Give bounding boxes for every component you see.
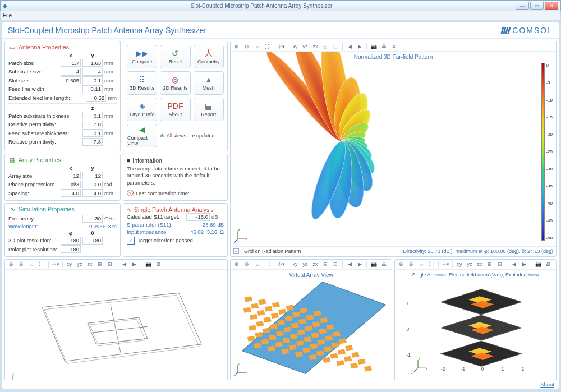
frequency-input[interactable] [82, 215, 103, 223]
toolbar-btn[interactable]: ⊖ [242, 260, 251, 268]
array-canvas[interactable]: Virtual Array View zxy [231, 270, 392, 380]
plot3d-theta-input[interactable] [82, 237, 103, 245]
toolbar-btn[interactable]: 🖶 [379, 260, 388, 268]
geometry-canvas[interactable]: zxy [5, 270, 227, 381]
ant-1-x-input[interactable] [61, 68, 81, 76]
toolbar-btn[interactable]: ◀ [345, 260, 354, 268]
ant-3-y-input[interactable] [82, 85, 103, 93]
toolbar-btn[interactable]: ⊡ [331, 43, 340, 50]
polar-res-input[interactable] [61, 245, 81, 253]
toolbar-btn[interactable]: ⛶ [263, 43, 272, 50]
toolbar-btn[interactable]: ⊹▾ [277, 260, 286, 268]
reset-button[interactable]: ↺Reset [160, 45, 190, 68]
toolbar-btn[interactable]: 🖶 [379, 43, 388, 50]
toolbar-btn[interactable]: ≡ [389, 43, 398, 50]
toolbar-btn[interactable]: yz [75, 260, 84, 268]
2d-results-button[interactable]: ◎2D Results [160, 71, 190, 95]
toolbar-btn[interactable]: ⊕ [397, 260, 406, 268]
toolbar-btn[interactable]: 🖶 [154, 260, 163, 268]
s11-target-input[interactable] [186, 213, 210, 221]
toolbar-btn[interactable]: zx [85, 260, 94, 268]
arr-1-x-input[interactable] [61, 181, 81, 188]
ant-z-1-input[interactable] [82, 121, 103, 128]
toolbar-btn[interactable]: ⊞ [95, 260, 104, 268]
plot3d-phi-input[interactable] [61, 237, 81, 245]
geometry-button[interactable]: 人Geometry [194, 45, 224, 68]
ant-1-y-input[interactable] [82, 68, 103, 76]
toolbar-btn[interactable]: yz [465, 260, 474, 268]
maximize-button[interactable]: ▭ [530, 2, 544, 10]
farfield-canvas[interactable]: Normalized 3D Far-field Pattern 0-5-10-1… [231, 52, 556, 246]
grid-checkbox[interactable]: ✓ [233, 248, 239, 254]
ant-z-0-input[interactable] [82, 112, 103, 119]
mesh-button[interactable]: ▲Mesh [194, 71, 224, 95]
toolbar-btn[interactable]: ⊹▾ [441, 260, 450, 268]
arr-0-y-input[interactable] [82, 172, 103, 179]
compact-view-button[interactable]: ◀ Compact View [127, 124, 157, 147]
toolbar-btn[interactable]: ◀ [509, 260, 518, 268]
ant-0-x-input[interactable] [61, 59, 81, 67]
ant-z-2-input[interactable] [82, 129, 103, 137]
toolbar-btn[interactable]: ◀ [345, 43, 354, 50]
3d-results-button[interactable]: ⠿3D Results [127, 71, 157, 95]
close-button[interactable]: ✕ [545, 2, 558, 10]
layout-info-button[interactable]: ◈Layout Info [127, 98, 157, 121]
toolbar-btn[interactable]: xy [291, 43, 300, 50]
single-antenna-canvas[interactable]: Single Antenna, Electric field norm (V/m… [395, 270, 556, 380]
toolbar-btn[interactable]: yz [301, 43, 310, 50]
toolbar-btn[interactable]: zx [311, 43, 320, 50]
toolbar-btn[interactable]: ⌕ [252, 260, 261, 268]
toolbar-btn[interactable]: 📷 [144, 260, 153, 268]
toolbar-btn[interactable]: ⌕ [27, 260, 36, 268]
toolbar-btn[interactable]: ⊞ [485, 260, 494, 268]
about-button[interactable]: PDFAbout [160, 98, 190, 121]
toolbar-btn[interactable]: xy [291, 260, 300, 268]
toolbar-btn[interactable]: ⛶ [427, 260, 436, 268]
toolbar-btn[interactable]: 📷 [369, 260, 378, 268]
about-link[interactable]: About [540, 381, 554, 388]
toolbar-btn[interactable]: ⊹▾ [277, 43, 286, 50]
ant-2-y-input[interactable] [82, 76, 103, 84]
toolbar-btn[interactable]: 🖶 [544, 260, 553, 268]
toolbar-btn[interactable]: ⊹▾ [51, 260, 60, 268]
toolbar-btn[interactable]: ⊞ [321, 43, 330, 50]
toolbar-btn[interactable]: ⊕ [7, 260, 16, 268]
toolbar-btn[interactable]: 📷 [534, 260, 542, 268]
toolbar-btn[interactable]: ⊞ [321, 260, 330, 268]
toolbar-btn[interactable]: xy [455, 260, 464, 268]
ant-4-y-input[interactable] [86, 94, 106, 102]
ant-2-x-input[interactable] [61, 76, 81, 84]
toolbar-btn[interactable]: ⊖ [242, 43, 251, 50]
toolbar-btn[interactable]: ▶ [355, 260, 364, 268]
toolbar-btn[interactable]: ⌕ [417, 260, 426, 268]
ant-z-3-input[interactable] [82, 138, 103, 146]
toolbar-btn[interactable]: ⌕ [252, 43, 261, 50]
toolbar-btn[interactable]: zx [311, 260, 320, 268]
toolbar-btn[interactable]: ⊖ [407, 260, 416, 268]
toolbar-btn[interactable]: ▶ [355, 43, 364, 50]
menu-file[interactable]: File [3, 12, 12, 19]
toolbar-btn[interactable]: ⊖ [17, 260, 26, 268]
toolbar-btn[interactable]: ▶ [130, 260, 139, 268]
toolbar-btn[interactable]: ⊡ [105, 260, 114, 268]
toolbar-btn[interactable]: ▶ [519, 260, 528, 268]
toolbar-btn[interactable]: ◀ [119, 260, 128, 268]
compute-button[interactable]: ▶▶Compute [127, 45, 157, 68]
report-button[interactable]: ▤Report [194, 98, 224, 121]
ant-0-y-input[interactable] [82, 59, 103, 67]
toolbar-btn[interactable]: ⊡ [495, 260, 504, 268]
minimize-button[interactable]: — [516, 2, 529, 10]
arr-1-y-input[interactable] [82, 181, 103, 188]
toolbar-btn[interactable]: xy [65, 260, 74, 268]
toolbar-btn[interactable]: ⛶ [263, 260, 272, 268]
toolbar-btn[interactable]: ⊡ [331, 260, 340, 268]
toolbar-btn[interactable]: ⊕ [232, 43, 241, 50]
arr-0-x-input[interactable] [61, 172, 81, 179]
toolbar-btn[interactable]: zx [475, 260, 484, 268]
toolbar-btn[interactable]: ⛶ [37, 260, 46, 268]
toolbar-btn[interactable]: ⊕ [232, 260, 241, 268]
toolbar-btn[interactable]: 📷 [369, 43, 378, 50]
arr-2-y-input[interactable] [82, 189, 103, 197]
arr-2-x-input[interactable] [61, 189, 81, 197]
toolbar-btn[interactable]: yz [301, 260, 310, 268]
